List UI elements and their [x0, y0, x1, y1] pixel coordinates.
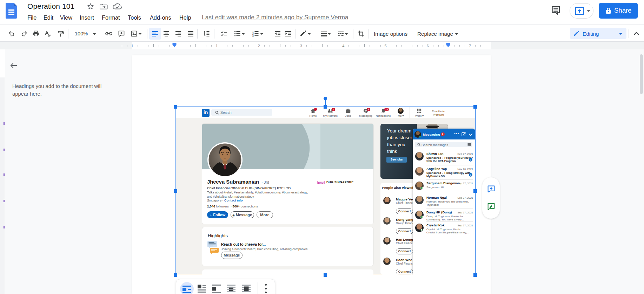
svg-text:3: 3: [252, 35, 254, 37]
